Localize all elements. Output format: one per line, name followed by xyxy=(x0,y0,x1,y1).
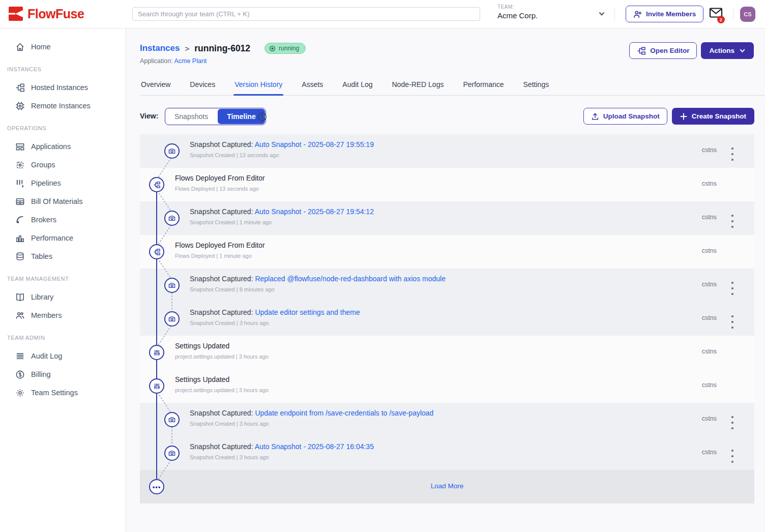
load-more-row: ••• Load More xyxy=(140,470,754,504)
row-title-prefix: Snapshot Captured: xyxy=(190,140,255,149)
top-header: FlowFuse TEAM: Acme Corp. Invite Members… xyxy=(0,0,765,28)
instance-name: running-6012 xyxy=(194,43,250,54)
timeline-row: Snapshot Captured: Auto Snapshot - 2025-… xyxy=(140,134,754,168)
sidebar-item-label: Applications xyxy=(31,142,71,151)
sidebar-item-team-settings[interactable]: Team Settings xyxy=(0,383,126,402)
team-selector[interactable]: TEAM: Acme Corp. xyxy=(497,4,538,20)
kebab-menu-icon[interactable]: ••• xyxy=(728,414,737,425)
dollar-circle-icon xyxy=(15,370,25,379)
sidebar: Home INSTANCES Hosted Instances Remote I… xyxy=(0,28,126,532)
timeline-row: Settings Updated project.settings.update… xyxy=(140,336,754,369)
sidebar-item-tables[interactable]: Tables xyxy=(0,247,126,265)
kebab-menu-icon[interactable]: ••• xyxy=(728,213,737,224)
sidebar-item-audit-log[interactable]: Audit Log xyxy=(0,347,126,365)
broadcast-icon xyxy=(15,215,25,225)
row-title-prefix: Snapshot Captured: xyxy=(190,208,255,216)
tab-audit-log[interactable]: Audit Log xyxy=(341,74,373,95)
row-title: Flows Deployed From Editor xyxy=(175,174,265,182)
sidebar-item-bill-of-materials[interactable]: Bill Of Materials xyxy=(0,192,126,211)
sidebar-item-home[interactable]: Home xyxy=(0,38,126,56)
camera-icon xyxy=(164,211,180,226)
plus-icon xyxy=(680,113,687,120)
snapshot-link[interactable]: Auto Snapshot - 2025-08-27 16:04:35 xyxy=(255,442,374,451)
row-title: Flows Deployed From Editor xyxy=(175,241,265,249)
info-icon[interactable] xyxy=(257,112,267,122)
breadcrumb: Instances > running-6012 running xyxy=(140,43,306,54)
user-plus-icon xyxy=(633,10,642,18)
timeline-row: Snapshot Captured: Update editor setting… xyxy=(140,302,754,336)
tab-devices[interactable]: Devices xyxy=(189,74,216,95)
timeline-row: Snapshot Captured: Auto Snapshot - 2025-… xyxy=(140,436,754,470)
chevron-down-icon[interactable] xyxy=(598,10,605,17)
header-divider xyxy=(701,7,701,21)
toggle-snapshots[interactable]: Snapshots xyxy=(165,108,217,125)
snapshot-link[interactable]: Auto Snapshot - 2025-08-27 19:54:12 xyxy=(255,208,374,216)
row-title-prefix: Snapshot Captured: xyxy=(190,308,255,316)
team-name: Acme Corp. xyxy=(497,11,538,20)
load-more-link[interactable]: Load More xyxy=(140,482,754,490)
kebab-menu-icon[interactable]: ••• xyxy=(728,280,737,291)
logo-text: FlowFuse xyxy=(27,7,84,21)
gear-icon xyxy=(15,388,25,398)
row-user: cstns xyxy=(702,180,717,187)
sidebar-item-label: Tables xyxy=(31,252,52,260)
notifications-mail-icon[interactable]: 2 xyxy=(709,7,724,21)
tab-settings[interactable]: Settings xyxy=(522,74,550,95)
sidebar-item-pipelines[interactable]: Pipelines xyxy=(0,174,126,192)
flowfuse-logo[interactable]: FlowFuse xyxy=(8,6,84,21)
sidebar-item-performance[interactable]: Performance xyxy=(0,229,126,247)
flowfuse-logo-icon xyxy=(8,6,23,21)
upload-snapshot-button[interactable]: Upload Snapshot xyxy=(583,108,667,125)
create-snapshot-button[interactable]: Create Snapshot xyxy=(672,108,754,125)
tab-version-history[interactable]: Version History xyxy=(233,74,283,95)
sidebar-item-label: Pipelines xyxy=(31,179,61,187)
sidebar-item-applications[interactable]: Applications xyxy=(0,137,126,156)
tab-assets[interactable]: Assets xyxy=(301,74,324,95)
tab-overview[interactable]: Overview xyxy=(140,74,171,95)
sidebar-item-groups[interactable]: Groups xyxy=(0,156,126,174)
application-link[interactable]: Acme Plant xyxy=(174,57,207,65)
camera-icon xyxy=(164,412,180,427)
actions-button[interactable]: Actions xyxy=(701,42,754,59)
table-icon xyxy=(15,197,25,206)
tab-performance[interactable]: Performance xyxy=(462,74,505,95)
sidebar-item-hosted-instances[interactable]: Hosted Instances xyxy=(0,78,126,97)
timeline-panel: Snapshot Captured: Auto Snapshot - 2025-… xyxy=(140,134,754,504)
sidebar-item-remote-instances[interactable]: Remote Instances xyxy=(0,97,126,115)
breadcrumb-instances-link[interactable]: Instances xyxy=(140,43,180,53)
invite-members-button[interactable]: Invite Members xyxy=(626,6,703,22)
sidebar-section-instances: INSTANCES xyxy=(0,56,126,78)
sidebar-item-library[interactable]: Library xyxy=(0,288,126,306)
view-toggle: Snapshots Timeline xyxy=(165,108,266,125)
home-icon xyxy=(15,42,25,52)
sidebar-item-billing[interactable]: Billing xyxy=(0,365,126,383)
snapshot-link[interactable]: Update editor settings and theme xyxy=(255,308,360,316)
open-editor-button[interactable]: Open Editor xyxy=(629,42,697,59)
snapshot-link[interactable]: Replaced @flowfuse/node-red-dashboard wi… xyxy=(255,275,446,283)
tab-node-red-logs[interactable]: Node-RED Logs xyxy=(391,74,445,95)
row-user: cstns xyxy=(702,449,717,456)
upload-snapshot-label: Upload Snapshot xyxy=(603,112,660,120)
create-snapshot-label: Create Snapshot xyxy=(692,112,746,120)
snapshot-link[interactable]: Update endpoint from /save-credentials t… xyxy=(255,409,433,417)
row-user: cstns xyxy=(702,281,717,288)
flow-icon xyxy=(15,83,25,93)
application-label: Application: xyxy=(140,57,173,65)
sidebar-item-members[interactable]: Members xyxy=(0,306,126,324)
chip-icon xyxy=(15,101,25,111)
timeline-row: Snapshot Captured: Auto Snapshot - 2025-… xyxy=(140,201,754,235)
search-input[interactable] xyxy=(132,7,480,21)
avatar[interactable]: CS xyxy=(740,7,755,22)
row-subtext: Snapshot Created | 1 minute ago xyxy=(190,219,374,225)
sidebar-item-brokers[interactable]: Brokers xyxy=(0,211,126,229)
kebab-menu-icon[interactable]: ••• xyxy=(728,313,737,324)
sidebar-section-team-management: TEAM MANAGEMENT xyxy=(0,265,126,288)
snapshot-link[interactable]: Auto Snapshot - 2025-08-27 19:55:19 xyxy=(255,140,374,149)
timeline-row: Snapshot Captured: Update endpoint from … xyxy=(140,403,754,436)
kebab-menu-icon[interactable]: ••• xyxy=(728,145,737,157)
sidebar-item-label: Members xyxy=(31,311,62,319)
kebab-menu-icon[interactable]: ••• xyxy=(728,448,737,459)
timeline-row: Flows Deployed From Editor Flows Deploye… xyxy=(140,235,754,269)
status-label: running xyxy=(279,45,299,52)
row-subtext: Flows Deployed | 13 seconds ago xyxy=(175,186,265,192)
